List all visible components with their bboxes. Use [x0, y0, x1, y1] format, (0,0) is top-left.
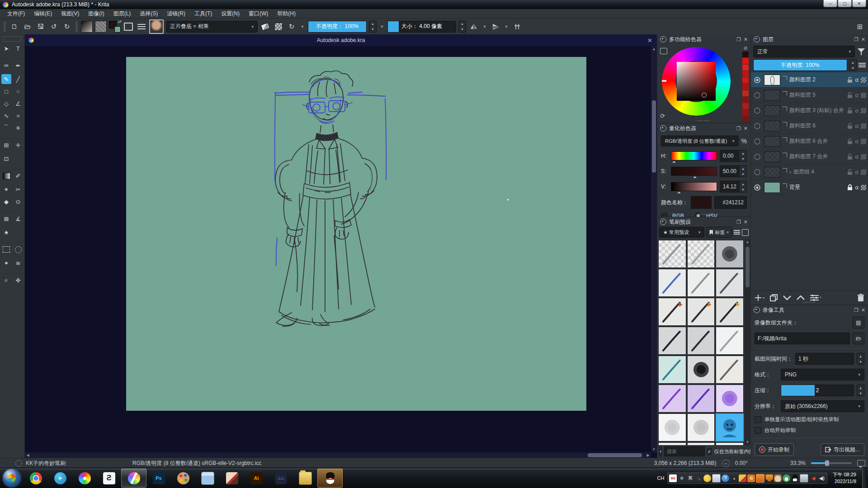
inherit-alpha-icon[interactable] [861, 77, 866, 83]
view-mode-button[interactable]: ▾ [659, 446, 662, 456]
interval-spin[interactable]: ▲▼ [857, 353, 864, 365]
docker-splitter[interactable]: •••••• [698, 118, 711, 122]
float-docker-icon[interactable]: ❐ [854, 37, 859, 42]
line-tool[interactable]: ╱ [13, 74, 23, 84]
layer-name[interactable]: 颜料图层 6 [789, 122, 845, 130]
tray-key-lock-icon[interactable] [739, 474, 746, 482]
group-expand-icon[interactable]: › [789, 169, 791, 175]
close-docker-icon[interactable]: ✕ [861, 37, 865, 42]
shape-select-tool[interactable]: ➤ [1, 43, 11, 53]
layer-thumbnail[interactable] [764, 151, 780, 162]
layer-row[interactable]: 颜料图层 5α [751, 88, 868, 103]
color-history-swatch-8[interactable] [742, 103, 749, 109]
grid-view-icon[interactable] [742, 229, 749, 236]
float-docker-icon[interactable]: ❐ [736, 37, 741, 42]
layer-style-arrow-icon[interactable] [783, 183, 787, 188]
taskbar-app-calculator[interactable] [195, 469, 220, 487]
taskbar-app-illustrator[interactable]: Ai [244, 469, 269, 487]
layer-row[interactable]: 颜料图层 7 合并α [751, 149, 868, 164]
layer-style-arrow-icon[interactable] [783, 107, 787, 111]
tray-bear-app-icon[interactable] [783, 474, 790, 482]
capture-interval-field[interactable]: 1 秒 [795, 353, 854, 365]
docker-lock-icon[interactable] [660, 36, 666, 42]
tray-audio-muted-icon[interactable]: ◀ [809, 474, 817, 482]
close-docker-icon[interactable]: ✕ [744, 37, 748, 42]
inherit-alpha-icon[interactable] [861, 139, 866, 144]
hue-channel-slider[interactable] [671, 151, 717, 160]
saturation-spinbox[interactable]: 50.00▲▼ [720, 165, 747, 177]
menu-item-10[interactable]: 帮助(H) [273, 9, 300, 19]
alpha-lock-icon[interactable]: α [855, 92, 859, 99]
selection-display-toggle[interactable] [123, 21, 134, 32]
spin-buttons[interactable]: ▲▼ [740, 166, 746, 177]
reference-images-tool[interactable]: ★ [1, 227, 11, 237]
taskbar-app-pencil-app[interactable] [220, 469, 244, 487]
vertical-scrollbar[interactable]: ▲ ▼ [651, 46, 657, 452]
brush-preset-pen-rough[interactable] [658, 327, 686, 355]
tray-network-icon[interactable] [800, 474, 808, 483]
brush-preset-ink-gpen[interactable] [716, 298, 744, 326]
alpha-lock-icon[interactable]: α [855, 169, 859, 175]
brush-preset-airbrush-violet[interactable] [716, 385, 744, 413]
docker-splitter[interactable]: •••••• [698, 212, 711, 216]
text-tool[interactable]: T [13, 43, 23, 53]
layer-name[interactable]: 颜料图层 2 [789, 76, 845, 84]
recorder-menu-icon[interactable]: ▤ [853, 317, 864, 328]
subwindow-titlebar[interactable]: Autodesk adobe.kra ✕ [25, 34, 657, 47]
presets-scroll-thumb[interactable] [745, 247, 750, 287]
inherit-alpha-icon[interactable] [861, 185, 866, 190]
edit-shapes-tool[interactable]: ✑ [1, 61, 11, 70]
brush-preset-marker-purple[interactable] [658, 385, 686, 413]
canvas-image[interactable] [126, 57, 586, 411]
brush-preset-pencil-2b[interactable] [658, 269, 686, 297]
color-history-swatch-10[interactable] [742, 116, 749, 122]
move-tool[interactable]: ✛ [13, 140, 23, 150]
alpha-lock-icon[interactable]: α [855, 153, 859, 160]
color-history-swatch-6[interactable] [742, 90, 749, 96]
compression-spin[interactable]: ▲▼ [857, 385, 864, 396]
tray-ime-pet-icon[interactable] [703, 474, 711, 482]
show-desktop-button[interactable] [862, 468, 867, 488]
vertical-scroll-thumb[interactable] [652, 100, 656, 173]
scroll-down-icon[interactable]: ▼ [651, 446, 657, 452]
layer-thumbnail[interactable] [764, 121, 780, 131]
menu-item-1[interactable]: 编辑(E) [29, 9, 57, 19]
docker-splitter[interactable]: •••••• [803, 300, 816, 304]
record-isolated-checkbox[interactable]: ✓ [755, 416, 761, 423]
tray-window-app-icon[interactable] [756, 474, 764, 483]
toolbar-overflow-icon[interactable]: ⊞ [854, 21, 865, 32]
brush-preset-soft-round-2[interactable] [687, 413, 715, 441]
new-document-icon[interactable]: 🗋 [9, 21, 20, 32]
horizontal-scroll-thumb[interactable] [588, 453, 642, 457]
brush-preset-eraser-small[interactable] [687, 240, 715, 268]
toolbar-grip[interactable] [75, 22, 78, 32]
assistants-tool[interactable]: ⊠ [1, 214, 11, 224]
value-spinbox[interactable]: 14.12▲▼ [720, 181, 747, 192]
color-sampler-tool[interactable]: ✐ [13, 171, 23, 181]
layer-style-arrow-icon[interactable] [783, 91, 787, 96]
contiguous-select-tool[interactable]: ✦ [1, 258, 11, 268]
tray-shield-app-icon[interactable] [765, 474, 773, 482]
fill-tool[interactable]: ◆ [1, 197, 11, 206]
colorspace-combo[interactable]: RGB/透明度 (8 位整数/通道) ▾ [661, 136, 739, 146]
spin-buttons[interactable]: ▲▼ [740, 181, 746, 192]
hue-spinbox[interactable]: 0.00▲▼ [720, 150, 747, 162]
layer-opacity-spin[interactable]: ▲▼ [849, 59, 857, 71]
float-docker-icon[interactable]: ❐ [736, 219, 741, 225]
layer-name[interactable]: 颜料图层 7 合并 [789, 153, 845, 160]
start-button[interactable] [3, 469, 21, 487]
layer-thumbnail[interactable] [764, 105, 780, 116]
smart-patch-tool[interactable]: ✂ [13, 184, 23, 194]
layer-opacity-slider[interactable]: 不透明度: 100% [753, 59, 847, 71]
refresh-icon[interactable]: ⟳ [660, 113, 665, 119]
layer-style-arrow-icon[interactable] [783, 76, 787, 80]
hex-color-field[interactable]: #241212 [714, 196, 747, 209]
brush-size-slider[interactable]: 大小： 4.00 像素 [387, 21, 456, 33]
saturation-channel-slider[interactable] [671, 167, 717, 176]
layer-visibility-toggle[interactable] [753, 92, 762, 99]
pan-tool[interactable]: ✜ [13, 275, 23, 285]
menu-item-7[interactable]: 工具(T) [190, 9, 217, 19]
menu-item-8[interactable]: 设置(N) [217, 9, 244, 19]
brush-preset-flask-brush-2[interactable] [687, 442, 715, 445]
layer-name[interactable]: 背景 [789, 183, 845, 191]
